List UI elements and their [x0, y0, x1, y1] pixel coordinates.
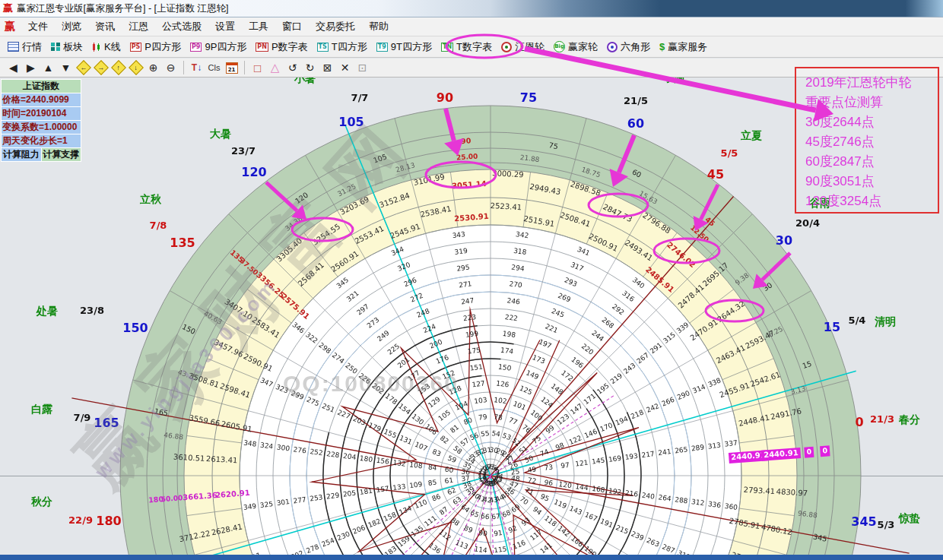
toolbar-button-label: 行情	[22, 40, 42, 54]
pan-right-button[interactable]: →	[92, 60, 110, 75]
annotation-line: 90度3051点	[805, 172, 938, 191]
panel-value-row: 时间=20190104	[2, 107, 81, 120]
toolbar-button-label: 9P四方形	[205, 40, 246, 54]
panel-title: 上证指数	[2, 80, 81, 93]
badge-icon: TN	[441, 43, 453, 52]
toolbar-button-winner-wheel[interactable]: Big赢家轮	[549, 38, 602, 56]
pan-down-button[interactable]: ↓	[127, 60, 144, 75]
calc-support-button[interactable]: 计算支撑	[42, 148, 81, 161]
pan-up-button[interactable]: ↑	[110, 60, 127, 75]
toolbar-button-badge[interactable]: PSP四方形	[125, 38, 186, 56]
annotation-line: 2019年江恩轮中轮	[805, 73, 938, 93]
menu-item[interactable]: 江恩	[122, 20, 155, 33]
select-box-button[interactable]: ⊠	[319, 60, 336, 75]
menu-bar: 赢 文件浏览资讯江恩公式选股设置工具窗口交易委托帮助	[0, 17, 943, 36]
toolbar-button-gann-wheel-target[interactable]: 江恩轮	[497, 38, 549, 56]
toolbar-button-badge[interactable]: TST四方形	[313, 38, 372, 56]
quotes-table-icon	[8, 42, 19, 52]
panel-value-row: 变换系数=1.00000	[2, 121, 81, 134]
screen-tool-button[interactable]: ⊡	[354, 60, 371, 75]
toolbar-button-hexagon-target[interactable]: 六角形	[602, 38, 655, 56]
triangle-tool-button[interactable]: △	[266, 60, 284, 75]
toolbar-button-badge[interactable]: T99T四方形	[372, 38, 437, 56]
calendar-button[interactable]: 21	[223, 60, 240, 75]
rect-tool-button[interactable]: □	[249, 60, 266, 75]
calc-resistance-button[interactable]: 计算阻力	[2, 148, 41, 161]
menu-item[interactable]: 浏览	[55, 20, 88, 33]
toolbar-button-label: K线	[104, 40, 121, 54]
app-window: 赢家财富网 www.yingjia360.com QQ:100800360 赢 …	[0, 0, 943, 560]
rotate-ccw-button[interactable]: ↺	[284, 60, 301, 75]
toolbar-separator	[183, 61, 184, 74]
toolbar-button-label: 六角形	[621, 40, 650, 54]
menu-logo-icon: 赢	[5, 20, 15, 33]
annotation-line: 30度2644点	[805, 112, 938, 132]
toolbar-button-dollar[interactable]: $赢家服务	[655, 38, 712, 56]
toolbar-button-label: 赢家轮	[568, 40, 598, 54]
toolbar-button-label: 9T四方形	[391, 40, 432, 54]
menu-item[interactable]: 公式选股	[155, 20, 208, 33]
time-shift-button[interactable]: T↓	[188, 60, 205, 75]
menu-item[interactable]: 资讯	[88, 20, 122, 33]
menu-item[interactable]: 工具	[242, 20, 275, 33]
toolbar-button-label: P四方形	[144, 40, 181, 54]
badge-icon: P9	[190, 43, 202, 52]
menu-item[interactable]: 帮助	[362, 20, 395, 33]
toolbar-button-label: 板块	[63, 40, 83, 54]
center-cross-button[interactable]: ✕	[336, 60, 354, 75]
cls-button[interactable]: Cls	[205, 60, 223, 75]
badge-icon: TS	[317, 43, 329, 52]
window-bottom-edge	[0, 555, 943, 560]
kline-candles-icon	[92, 42, 101, 52]
dollar-icon: $	[659, 41, 665, 52]
rotate-cw-button[interactable]: ↻	[301, 60, 319, 75]
nav-up-button[interactable]: ▲	[40, 60, 57, 75]
index-info-panel: 上证指数 价格=2440.9099时间=20190104变换系数=1.00000…	[1, 79, 81, 162]
menu-item[interactable]: 设置	[208, 20, 242, 33]
toolbar-button-label: 江恩轮	[515, 40, 545, 54]
nav-next-button[interactable]: ▶	[22, 60, 40, 75]
panel-value-row: 周天变化步长=1	[2, 134, 81, 147]
toolbar-button-label: T数字表	[456, 40, 492, 54]
title-bar: 赢 赢家江恩专业版[赢家服务平台] - [上证指数 江恩轮]	[0, 0, 943, 17]
sector-blocks-icon	[51, 43, 60, 51]
annotation-box: 2019年江恩轮中轮重要点位测算30度2644点45度2746点60度2847点…	[795, 67, 939, 214]
annotation-line: 45度2746点	[805, 132, 938, 152]
gann-wheel-target-icon	[501, 42, 512, 52]
toolbar-button-label: T四方形	[332, 40, 367, 54]
menu-item[interactable]: 文件	[21, 20, 55, 33]
window-title: 赢家江恩专业版[赢家服务平台] - [上证指数 江恩轮]	[17, 2, 228, 15]
zoom-out-button[interactable]: ⊖	[162, 60, 179, 75]
main-toolbar: 行情板块K线PSP四方形P99P四方形PNP数字表TST四方形T99T四方形TN…	[0, 36, 943, 58]
menu-item[interactable]: 窗口	[275, 20, 309, 33]
toolbar-button-kline-candles[interactable]: K线	[87, 38, 125, 56]
app-logo-icon: 赢	[3, 2, 13, 15]
toolbar-separator	[244, 61, 245, 74]
badge-icon: PS	[130, 43, 142, 52]
annotation-line: 120度3254点	[805, 191, 938, 211]
toolbar-button-label: P数字表	[271, 40, 308, 54]
nav-prev-button[interactable]: ◀	[5, 60, 22, 75]
panel-value-row: 价格=2440.9099	[2, 93, 81, 106]
toolbar-button-badge[interactable]: PNP数字表	[251, 38, 312, 56]
nav-down-button[interactable]: ▼	[57, 60, 75, 75]
zoom-in-button[interactable]: ⊕	[144, 60, 162, 75]
toolbar-button-sector-blocks[interactable]: 板块	[46, 38, 87, 56]
hexagon-target-icon	[607, 42, 618, 52]
toolbar-button-label: 赢家服务	[668, 40, 707, 54]
toolbar-button-badge[interactable]: P99P四方形	[186, 38, 251, 56]
winner-wheel-icon: Big	[554, 41, 565, 52]
annotation-line: 60度2847点	[805, 152, 938, 172]
pan-left-button[interactable]: ←	[75, 60, 92, 75]
menu-item[interactable]: 交易委托	[309, 20, 362, 33]
toolbar-button-quotes-table[interactable]: 行情	[3, 38, 46, 56]
annotation-line: 重要点位测算	[805, 93, 938, 112]
badge-icon: PN	[256, 43, 268, 52]
badge-icon: T9	[376, 43, 388, 52]
toolbar-button-badge[interactable]: TNT数字表	[437, 38, 497, 56]
